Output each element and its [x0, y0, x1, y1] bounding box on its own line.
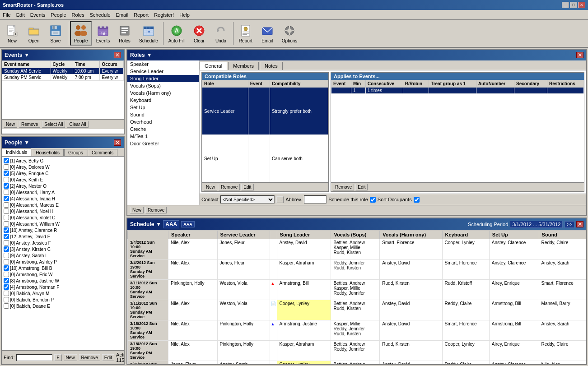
role-item[interactable]: Vocals (Harm ony)	[127, 89, 199, 97]
role-item[interactable]: Sound	[127, 111, 199, 118]
menu-edit[interactable]: Edit	[14, 11, 28, 19]
sched-sound[interactable]: Reddy, Claire	[539, 239, 586, 259]
sched-sound[interactable]: Anstey, Sarah	[539, 259, 586, 280]
sched-service-leader[interactable]: Jones, Fleur	[217, 239, 270, 259]
person-checkbox[interactable]	[4, 291, 9, 296]
tab-notes[interactable]: Notes	[260, 62, 283, 70]
close-btn[interactable]: ✕	[578, 2, 585, 8]
person-checkbox[interactable]	[4, 190, 9, 195]
compat-edit-btn[interactable]: Edit	[241, 184, 253, 190]
events-new-btn[interactable]: New	[4, 121, 17, 128]
sched-keyboard[interactable]: Cooper, Lynley	[442, 341, 489, 361]
tab-general[interactable]: General	[200, 62, 227, 70]
people-dropdown-icon[interactable]: ▼	[24, 139, 29, 146]
sched-song-leader[interactable]: Cooper, Lynley	[277, 300, 331, 320]
person-checkbox[interactable]	[4, 202, 9, 208]
events-clear-all-btn[interactable]: Clear All	[67, 121, 88, 128]
sched-service-leader[interactable]: Anstey, Sarah	[217, 361, 270, 365]
sched-setup[interactable]: Armstrong, Bill	[489, 320, 539, 341]
sched-setup[interactable]: Airey, Enrique	[489, 280, 539, 300]
sched-vocals-harm[interactable]: Anstey, David	[380, 300, 442, 320]
menu-email[interactable]: Email	[113, 11, 131, 19]
menu-roles[interactable]: Roles	[69, 11, 87, 19]
person-item[interactable]: [2] Airey, Nestor O	[3, 183, 123, 189]
person-item[interactable]: [10] Armstrong, Bill B	[3, 265, 123, 271]
person-checkbox[interactable]	[4, 297, 9, 302]
person-checkbox[interactable]	[4, 234, 9, 239]
schedule-close-btn[interactable]: ✕	[576, 221, 583, 227]
applies-remove-btn[interactable]: Remove	[333, 184, 354, 190]
sched-vocals-sops[interactable]: Bettles, Andrew Kasper, Millie Rudd, Kir…	[331, 239, 380, 259]
roles-remove-btn[interactable]: Remove	[145, 207, 167, 213]
sched-speaker[interactable]: Nile, Alex	[168, 259, 218, 280]
sched-song-leader[interactable]: Armstrong, Bill	[277, 280, 331, 300]
sched-vocals-harm[interactable]: Smart, Florence	[380, 239, 442, 259]
role-item[interactable]: Speaker	[127, 60, 199, 68]
role-item[interactable]: Set Up	[127, 104, 199, 111]
sched-keyboard[interactable]: Smart, Florence	[442, 320, 489, 341]
person-item[interactable]: [0] Airey, Keith E	[3, 176, 123, 183]
person-item[interactable]: [0] Babich, Deane E	[3, 303, 123, 309]
sched-service-leader[interactable]: Jones, Fleur	[217, 259, 270, 280]
role-item[interactable]: Service Leader	[127, 68, 199, 75]
compat-remove-btn[interactable]: Remove	[219, 184, 240, 190]
tab-comments[interactable]: Comments	[88, 149, 117, 156]
person-item[interactable]: [5] Airey, Enrique C	[3, 170, 123, 176]
sched-speaker[interactable]: Jones, Fleur	[168, 361, 218, 365]
person-checkbox[interactable]	[4, 158, 9, 163]
sched-sound[interactable]: Mansell, Barry	[539, 300, 586, 320]
person-checkbox[interactable]	[4, 215, 9, 220]
applies-row[interactable]: 1 1 times	[331, 88, 584, 94]
person-checkbox[interactable]	[4, 265, 9, 271]
person-item[interactable]: [0] Alessandri, Violet C	[3, 214, 123, 221]
person-item[interactable]: [8] Armstrong, Justine W	[3, 278, 123, 284]
schedule-row[interactable]: 3/4/2012 Sun 19:00 Sunday PM Service Nil…	[128, 259, 586, 280]
sched-speaker[interactable]: Nile, Alex	[168, 320, 218, 341]
person-item[interactable]: [12] Anstey, David E	[3, 233, 123, 240]
menu-report[interactable]: Report	[131, 11, 151, 19]
people-edit-btn[interactable]: Edit	[102, 354, 114, 361]
events-remove-btn[interactable]: Remove	[19, 121, 40, 128]
person-checkbox[interactable]	[4, 227, 9, 233]
find-btn[interactable]: F	[54, 354, 61, 361]
sched-vocals-sops[interactable]: Bettles, Andrew Reddy, Jennifer	[331, 341, 380, 361]
sched-vocals-harm[interactable]: Anstey, David	[380, 361, 442, 365]
maximize-btn[interactable]: □	[570, 2, 577, 8]
sched-vocals-harm[interactable]: Anstey, David	[380, 259, 442, 280]
events-button[interactable]: 16 Events	[93, 22, 113, 45]
sched-song-leader[interactable]: Anstey, David	[277, 239, 331, 259]
person-checkbox[interactable]	[4, 246, 9, 252]
role-item[interactable]: Creche	[127, 125, 199, 133]
events-dropdown-icon[interactable]: ▼	[24, 52, 29, 58]
sched-setup[interactable]: Airey, Enrique	[489, 341, 539, 361]
sched-setup[interactable]: Anstey, Clarence	[489, 361, 539, 365]
sched-service-leader[interactable]: Weston, Viola	[217, 280, 270, 300]
schedule-row[interactable]: 3/11/2012 Sun 10:00 Sunday AM Service Pi…	[128, 280, 586, 300]
menu-events[interactable]: Events	[28, 11, 48, 19]
sched-speaker[interactable]: Nile, Alex	[168, 300, 218, 320]
menu-file[interactable]: File	[0, 11, 14, 19]
compat-row[interactable]: Service Leader Strongly prefer both	[202, 88, 328, 135]
role-item[interactable]: Song Leader	[127, 75, 199, 82]
sched-keyboard[interactable]: Reddy, Claire	[442, 361, 489, 365]
sched-song-leader[interactable]: Cooper, Lynley	[277, 361, 331, 365]
compat-new-btn[interactable]: New	[204, 184, 217, 190]
person-item[interactable]: [1] Airey, Betty G	[3, 158, 123, 164]
person-item[interactable]: [4] Armstrong, Norman F	[3, 284, 123, 290]
schedule-row[interactable]: 3/11/2012 Sun 19:00 Sunday PM Service Ni…	[128, 300, 586, 320]
sched-vocals-sops[interactable]: Bettles, Andrew Kasper, Millie Reddy, Je…	[331, 280, 380, 300]
sched-speaker[interactable]: Nile, Alex	[168, 341, 218, 361]
events-close-btn[interactable]: ✕	[114, 52, 121, 58]
person-item[interactable]: [4] Alessandri, Ivana H	[3, 195, 123, 202]
sched-service-leader[interactable]: Pinkington, Holly	[217, 341, 270, 361]
sched-service-leader[interactable]: Weston, Viola	[217, 300, 270, 320]
person-checkbox[interactable]	[4, 171, 9, 176]
person-item[interactable]: [9] Anstey, Sarah I	[3, 252, 123, 259]
person-checkbox[interactable]	[4, 303, 9, 309]
roles-new-btn[interactable]: New	[130, 207, 144, 213]
roles-close-btn[interactable]: ✕	[576, 52, 583, 58]
sched-keyboard[interactable]: Smart, Florence	[442, 259, 489, 280]
person-item[interactable]: [0] Alessandri, Noel H	[3, 208, 123, 214]
abbrev-input[interactable]	[304, 195, 327, 204]
options-button[interactable]: Options	[279, 22, 300, 45]
